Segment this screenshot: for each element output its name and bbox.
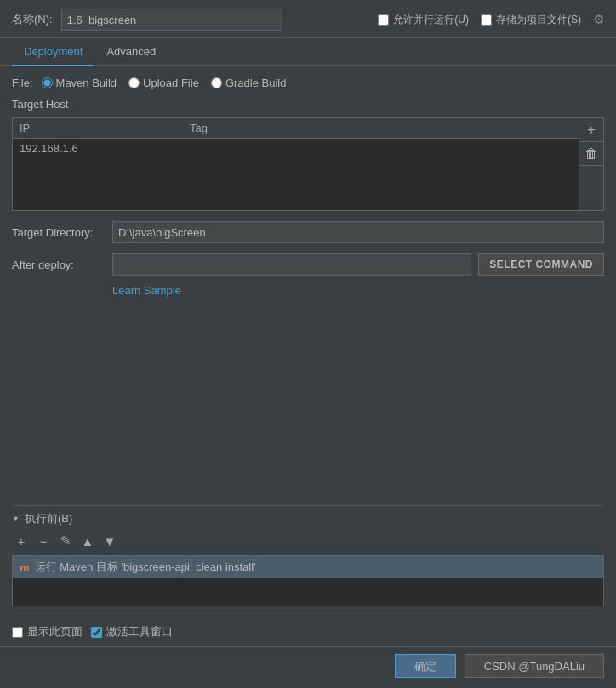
header-right: 允许并行运行(U) 存储为项目文件(S) ⚙ [378,12,604,27]
before-up-button[interactable]: ▲ [78,532,97,550]
target-host-label: Target Host [12,98,604,111]
host-ip: 192.168.1.6 [20,142,190,155]
before-down-button[interactable]: ▼ [100,532,119,550]
gradle-label: Gradle Build [225,77,287,89]
target-directory-label: Target Directory: [12,226,106,239]
before-title: 执行前(B) [25,511,72,526]
add-host-button[interactable]: + [579,118,603,142]
activate-tool-check-row[interactable]: 激活工具窗口 [91,624,173,640]
save-to-file-checkbox[interactable] [481,14,492,26]
before-edit-button[interactable]: ✎ [56,532,75,550]
host-buttons: + 🗑 [579,118,603,210]
bottom-bar: 显示此页面 激活工具窗口 [0,617,616,646]
activate-tool-label: 激活工具窗口 [106,624,173,640]
host-tag [190,142,572,155]
gradle-radio[interactable] [211,77,222,88]
col-tag: Tag [190,122,572,134]
content: File: Maven Build Upload File Gradle Bui… [0,66,616,617]
allow-parallel-checkbox[interactable] [378,14,389,26]
host-row[interactable]: 192.168.1.6 [13,139,579,158]
show-page-label: 显示此页面 [27,624,83,640]
upload-radio-option[interactable]: Upload File [128,77,199,89]
target-directory-row: Target Directory: [12,221,604,243]
before-item-text: 运行 Maven 目标 'bigscreen-api: clean instal… [35,560,256,575]
save-to-file-label: 存储为项目文件(S) [496,13,581,27]
host-table-body: 192.168.1.6 [13,139,579,190]
collapse-icon[interactable]: ▼ [12,515,20,523]
footer-buttons: 确定 CSDN @TungDALiu [0,646,616,688]
maven-radio[interactable] [42,77,53,88]
tab-deployment[interactable]: Deployment [12,38,94,66]
allow-parallel-label: 允许并行运行(U) [393,13,469,27]
spacer [12,304,604,498]
gear-icon[interactable]: ⚙ [593,12,604,27]
ok-button[interactable]: 确定 [395,654,456,678]
dialog: 名称(N): 允许并行运行(U) 存储为项目文件(S) ⚙ Deployment… [0,0,616,688]
upload-radio[interactable] [128,77,140,88]
after-deploy-input[interactable] [112,253,471,276]
show-page-checkbox[interactable] [12,627,23,638]
host-table-area: IP Tag 192.168.1.6 + 🗑 [13,118,603,210]
select-command-button[interactable]: SELECT COMMAND [478,253,604,276]
host-table: IP Tag 192.168.1.6 [13,118,579,210]
after-deploy-row: After deploy: SELECT COMMAND [12,253,604,276]
header-row: 名称(N): 允许并行运行(U) 存储为项目文件(S) ⚙ [0,0,616,38]
col-ip: IP [20,122,190,134]
target-directory-input[interactable] [112,221,604,243]
tab-advanced[interactable]: Advanced [94,38,168,66]
maven-task-icon: m [20,561,30,574]
name-input[interactable] [61,9,282,31]
maven-label: Maven Build [56,77,117,89]
allow-parallel-checkbox-row[interactable]: 允许并行运行(U) [378,13,469,27]
before-list-item[interactable]: m 运行 Maven 目标 'bigscreen-api: clean inst… [13,556,603,578]
activate-tool-checkbox[interactable] [91,627,102,638]
name-label: 名称(N): [12,12,53,27]
file-row: File: Maven Build Upload File Gradle Bui… [12,77,604,89]
host-table-header: IP Tag [13,118,579,139]
cancel-button[interactable]: CSDN @TungDALiu [465,654,604,678]
before-list: m 运行 Maven 目标 'bigscreen-api: clean inst… [12,555,604,606]
before-add-button[interactable]: + [12,532,31,550]
after-deploy-label: After deploy: [12,259,106,271]
before-toolbar: + − ✎ ▲ ▼ [12,532,604,550]
upload-label: Upload File [143,77,199,89]
gradle-radio-option[interactable]: Gradle Build [211,77,287,89]
before-section: ▼ 执行前(B) + − ✎ ▲ ▼ m 运行 Maven 目标 'bigscr… [12,505,604,606]
maven-radio-option[interactable]: Maven Build [42,77,117,89]
tabs-row: Deployment Advanced [0,38,616,66]
save-to-file-checkbox-row[interactable]: 存储为项目文件(S) [481,13,581,27]
before-remove-button[interactable]: − [34,532,53,550]
file-label: File: [12,77,33,89]
before-header: ▼ 执行前(B) [12,511,604,526]
target-host-container: IP Tag 192.168.1.6 + 🗑 [12,117,604,211]
learn-sample-link[interactable]: Learn Sample [112,284,604,297]
delete-host-button[interactable]: 🗑 [579,142,603,166]
show-page-check-row[interactable]: 显示此页面 [12,624,83,640]
